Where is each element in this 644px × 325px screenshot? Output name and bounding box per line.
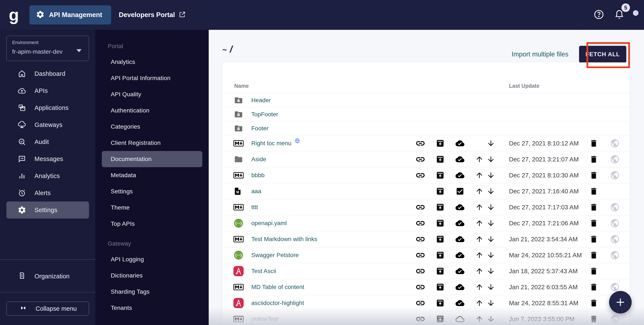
gravitee-logo[interactable]: g — [2, 0, 26, 30]
relative-links-icon[interactable] — [416, 314, 425, 324]
relative-links-icon[interactable] — [416, 298, 425, 308]
move-down-icon[interactable] — [486, 299, 495, 307]
move-up-icon[interactable] — [475, 299, 484, 307]
fetch-all-button[interactable]: FETCH ALL — [579, 46, 626, 63]
doc-name-link[interactable]: onlineTest — [251, 316, 278, 322]
delete-trash-icon[interactable] — [589, 187, 598, 196]
relative-links-icon[interactable] — [416, 234, 425, 244]
publish-globe-icon[interactable] — [610, 154, 620, 164]
sidebar-item-gateways[interactable]: Gateways — [6, 116, 89, 133]
save-icon[interactable] — [436, 251, 445, 260]
move-up-icon[interactable] — [475, 315, 484, 323]
doc-name-link[interactable]: Test Ascii — [251, 268, 276, 274]
save-icon[interactable] — [436, 187, 445, 196]
sidebar-item-dashboard[interactable]: Dashboard — [6, 65, 89, 82]
unpublished-cloud-icon[interactable] — [455, 314, 465, 324]
gateway-item-api-logging[interactable]: API Logging — [102, 251, 202, 268]
delete-trash-icon[interactable] — [589, 171, 598, 180]
published-cloud-check-icon[interactable] — [455, 155, 465, 164]
sidebar-item-messages[interactable]: Messages — [6, 150, 89, 168]
publish-globe-icon[interactable] — [610, 282, 620, 292]
move-down-icon[interactable] — [486, 139, 495, 148]
publish-globe-icon[interactable] — [610, 138, 620, 148]
move-up-icon[interactable] — [475, 251, 484, 260]
move-down-icon[interactable] — [486, 251, 495, 260]
published-cloud-check-icon[interactable] — [455, 298, 465, 308]
relative-links-icon[interactable] — [416, 138, 425, 148]
import-multiple-files-link[interactable]: Import multiple files — [512, 50, 568, 58]
checked-checkbox-icon[interactable] — [456, 187, 464, 196]
portal-item-api-portal-information[interactable]: API Portal Information — [102, 70, 202, 86]
doc-name-link[interactable]: aaa — [251, 188, 261, 195]
add-page-fab[interactable] — [609, 291, 632, 314]
save-icon[interactable] — [436, 298, 445, 308]
publish-globe-icon[interactable] — [610, 218, 620, 228]
relative-links-icon[interactable] — [416, 202, 425, 212]
move-up-icon[interactable] — [475, 235, 484, 244]
portal-item-theme[interactable]: Theme — [102, 200, 202, 216]
sidebar-item-apis[interactable]: APIs — [6, 82, 89, 99]
delete-trash-icon[interactable] — [589, 155, 598, 164]
sidebar-item-alerts[interactable]: Alerts — [6, 184, 89, 202]
relative-links-icon[interactable] — [416, 154, 425, 164]
doc-name-link[interactable]: TopFooter — [251, 111, 278, 118]
published-cloud-check-icon[interactable] — [455, 251, 465, 260]
sidebar-item-settings[interactable]: Settings — [6, 202, 89, 218]
gateway-item-dictionaries[interactable]: Dictionaries — [102, 268, 202, 284]
move-down-icon[interactable] — [486, 187, 495, 196]
save-icon[interactable] — [436, 171, 445, 180]
publish-globe-icon[interactable] — [610, 202, 620, 212]
move-down-icon[interactable] — [486, 155, 495, 164]
delete-trash-icon[interactable] — [589, 139, 598, 148]
help-icon[interactable] — [593, 9, 604, 21]
relative-links-icon[interactable] — [416, 266, 425, 276]
doc-name-link[interactable]: Footer — [251, 125, 268, 132]
move-up-icon[interactable] — [475, 267, 484, 276]
portal-item-documentation[interactable]: Documentation — [102, 151, 202, 167]
move-down-icon[interactable] — [486, 267, 495, 276]
delete-trash-icon[interactable] — [589, 267, 598, 276]
doc-name-link[interactable]: Swagger Petstore — [251, 252, 299, 258]
save-icon[interactable] — [436, 155, 445, 164]
move-down-icon[interactable] — [486, 315, 495, 323]
move-down-icon[interactable] — [486, 283, 495, 291]
gateway-item-tenants[interactable]: Tenants — [102, 300, 202, 316]
portal-item-analytics[interactable]: Analytics — [102, 54, 202, 70]
delete-trash-icon[interactable] — [589, 251, 598, 260]
move-up-icon[interactable] — [475, 187, 484, 196]
published-cloud-check-icon[interactable] — [455, 267, 465, 276]
published-cloud-check-icon[interactable] — [455, 171, 465, 180]
save-icon[interactable] — [436, 139, 445, 148]
delete-trash-icon[interactable] — [589, 298, 598, 308]
relative-links-icon[interactable] — [416, 282, 425, 292]
doc-name-link[interactable]: openapi.yaml — [251, 220, 287, 226]
portal-item-categories[interactable]: Categories — [102, 119, 202, 135]
move-up-icon[interactable] — [475, 219, 484, 228]
published-cloud-check-icon[interactable] — [455, 235, 465, 244]
move-up-icon[interactable] — [475, 283, 484, 291]
sidebar-item-organization[interactable]: Organization — [6, 268, 89, 284]
save-icon[interactable] — [436, 314, 445, 324]
save-icon[interactable] — [436, 219, 445, 228]
relative-links-icon[interactable] — [416, 170, 425, 180]
relative-links-icon[interactable] — [416, 218, 425, 228]
sidebar-item-analytics[interactable]: Analytics — [6, 168, 89, 184]
doc-name-link[interactable]: asciidoctor-highlight — [251, 300, 304, 306]
collapse-menu-button[interactable]: Collapse menu — [6, 302, 89, 316]
delete-trash-icon[interactable] — [589, 219, 598, 228]
doc-name-link[interactable]: Right toc menu — [251, 140, 291, 147]
delete-trash-icon[interactable] — [589, 314, 598, 324]
portal-item-authentication[interactable]: Authentication — [102, 102, 202, 119]
move-down-icon[interactable] — [486, 203, 495, 212]
move-up-icon[interactable] — [475, 155, 484, 164]
delete-trash-icon[interactable] — [589, 282, 598, 292]
portal-item-client-registration[interactable]: Client Registration — [102, 135, 202, 151]
doc-name-link[interactable]: bbbb — [251, 172, 264, 179]
publish-globe-icon[interactable] — [610, 170, 620, 180]
environment-selector[interactable]: Environment fr-apim-master-dev — [6, 36, 89, 61]
publish-globe-icon[interactable] — [610, 234, 620, 244]
api-management-switcher[interactable]: API Management — [30, 5, 111, 24]
move-up-icon[interactable] — [475, 203, 484, 212]
publish-globe-icon[interactable] — [610, 314, 620, 324]
doc-name-link[interactable]: Test Markdown with links — [251, 236, 317, 242]
